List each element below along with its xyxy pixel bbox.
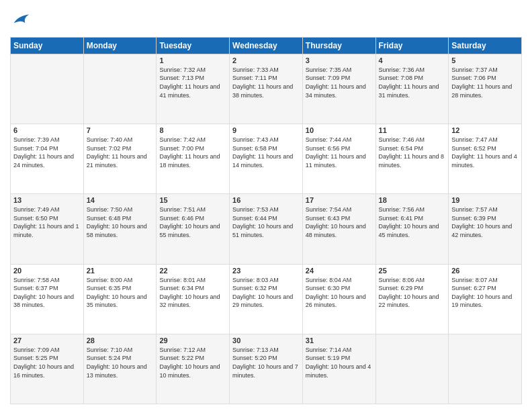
calendar-cell: 12Sunrise: 7:47 AM Sunset: 6:52 PM Dayli… <box>449 124 522 194</box>
day-number: 7 <box>87 126 154 134</box>
logo <box>10 9 30 32</box>
calendar-cell: 23Sunrise: 8:03 AM Sunset: 6:32 PM Dayli… <box>230 264 303 334</box>
day-number: 21 <box>87 267 154 275</box>
calendar-cell: 25Sunrise: 8:06 AM Sunset: 6:29 PM Dayli… <box>375 264 449 334</box>
day-number: 29 <box>159 336 226 345</box>
calendar-cell: 14Sunrise: 7:50 AM Sunset: 6:48 PM Dayli… <box>83 194 157 264</box>
header <box>10 7 522 32</box>
day-number: 1 <box>159 56 226 64</box>
calendar-cell: 2Sunrise: 7:33 AM Sunset: 7:11 PM Daylig… <box>230 54 303 124</box>
day-info: Sunrise: 7:33 AM Sunset: 7:11 PM Dayligh… <box>232 66 300 99</box>
day-number: 11 <box>379 126 446 134</box>
day-number: 30 <box>232 336 300 345</box>
calendar-cell: 18Sunrise: 7:56 AM Sunset: 6:41 PM Dayli… <box>375 194 449 264</box>
day-number: 26 <box>451 267 519 275</box>
day-info: Sunrise: 7:44 AM Sunset: 6:56 PM Dayligh… <box>306 136 373 169</box>
calendar-cell: 17Sunrise: 7:54 AM Sunset: 6:43 PM Dayli… <box>302 194 375 264</box>
calendar-cell: 4Sunrise: 7:36 AM Sunset: 7:08 PM Daylig… <box>375 54 449 124</box>
day-info: Sunrise: 7:49 AM Sunset: 6:50 PM Dayligh… <box>13 205 81 239</box>
day-header-saturday: Saturday <box>449 37 522 54</box>
day-number: 24 <box>306 267 373 275</box>
day-number: 20 <box>13 267 81 275</box>
day-info: Sunrise: 7:39 AM Sunset: 7:04 PM Dayligh… <box>13 136 81 169</box>
day-number: 23 <box>232 267 300 275</box>
day-info: Sunrise: 7:53 AM Sunset: 6:44 PM Dayligh… <box>232 205 300 239</box>
calendar-cell <box>83 54 157 124</box>
day-number: 6 <box>13 126 81 134</box>
day-info: Sunrise: 8:03 AM Sunset: 6:32 PM Dayligh… <box>232 276 300 310</box>
day-info: Sunrise: 7:32 AM Sunset: 7:13 PM Dayligh… <box>159 66 226 99</box>
calendar-cell: 8Sunrise: 7:42 AM Sunset: 7:00 PM Daylig… <box>157 124 230 194</box>
calendar-cell: 28Sunrise: 7:10 AM Sunset: 5:24 PM Dayli… <box>83 334 157 404</box>
day-number: 9 <box>232 126 300 134</box>
day-info: Sunrise: 7:37 AM Sunset: 7:06 PM Dayligh… <box>451 66 519 99</box>
day-number: 28 <box>87 336 154 345</box>
calendar-cell <box>11 54 84 124</box>
day-info: Sunrise: 8:06 AM Sunset: 6:29 PM Dayligh… <box>379 276 446 310</box>
logo-text <box>10 9 30 32</box>
page: SundayMondayTuesdayWednesdayThursdayFrid… <box>0 0 532 411</box>
day-info: Sunrise: 8:01 AM Sunset: 6:34 PM Dayligh… <box>159 276 226 310</box>
calendar-week-row: 20Sunrise: 7:58 AM Sunset: 6:37 PM Dayli… <box>11 264 522 334</box>
calendar-table: SundayMondayTuesdayWednesdayThursdayFrid… <box>10 37 522 404</box>
day-number: 19 <box>451 196 519 204</box>
calendar-cell: 5Sunrise: 7:37 AM Sunset: 7:06 PM Daylig… <box>449 54 522 124</box>
calendar-cell: 20Sunrise: 7:58 AM Sunset: 6:37 PM Dayli… <box>11 264 84 334</box>
day-info: Sunrise: 7:50 AM Sunset: 6:48 PM Dayligh… <box>87 205 154 239</box>
day-info: Sunrise: 7:13 AM Sunset: 5:20 PM Dayligh… <box>232 346 300 379</box>
calendar-week-row: 27Sunrise: 7:09 AM Sunset: 5:25 PM Dayli… <box>11 334 522 404</box>
calendar-cell: 10Sunrise: 7:44 AM Sunset: 6:56 PM Dayli… <box>302 124 375 194</box>
day-number: 27 <box>13 336 81 345</box>
day-info: Sunrise: 7:36 AM Sunset: 7:08 PM Dayligh… <box>379 66 446 99</box>
calendar-cell: 15Sunrise: 7:51 AM Sunset: 6:46 PM Dayli… <box>157 194 230 264</box>
day-number: 10 <box>306 126 373 134</box>
day-number: 12 <box>451 126 519 134</box>
day-info: Sunrise: 7:56 AM Sunset: 6:41 PM Dayligh… <box>379 205 446 239</box>
calendar-cell: 6Sunrise: 7:39 AM Sunset: 7:04 PM Daylig… <box>11 124 84 194</box>
calendar-cell: 31Sunrise: 7:14 AM Sunset: 5:19 PM Dayli… <box>302 334 375 404</box>
day-number: 3 <box>306 56 373 64</box>
day-number: 31 <box>306 336 373 345</box>
day-info: Sunrise: 7:58 AM Sunset: 6:37 PM Dayligh… <box>13 276 81 310</box>
day-info: Sunrise: 7:12 AM Sunset: 5:22 PM Dayligh… <box>159 346 226 379</box>
day-number: 8 <box>159 126 226 134</box>
day-number: 5 <box>451 56 519 64</box>
calendar-cell <box>449 334 522 404</box>
calendar-cell: 21Sunrise: 8:00 AM Sunset: 6:35 PM Dayli… <box>83 264 157 334</box>
day-info: Sunrise: 7:42 AM Sunset: 7:00 PM Dayligh… <box>159 136 226 169</box>
calendar-cell: 13Sunrise: 7:49 AM Sunset: 6:50 PM Dayli… <box>11 194 84 264</box>
calendar-cell: 30Sunrise: 7:13 AM Sunset: 5:20 PM Dayli… <box>230 334 303 404</box>
day-header-thursday: Thursday <box>302 37 375 54</box>
calendar-cell: 11Sunrise: 7:46 AM Sunset: 6:54 PM Dayli… <box>375 124 449 194</box>
logo-bird-icon <box>11 9 30 28</box>
day-number: 13 <box>13 196 81 204</box>
day-info: Sunrise: 8:04 AM Sunset: 6:30 PM Dayligh… <box>306 276 373 310</box>
day-number: 22 <box>159 267 226 275</box>
calendar-cell: 19Sunrise: 7:57 AM Sunset: 6:39 PM Dayli… <box>449 194 522 264</box>
day-number: 14 <box>87 196 154 204</box>
day-info: Sunrise: 7:10 AM Sunset: 5:24 PM Dayligh… <box>87 346 154 379</box>
calendar-cell: 1Sunrise: 7:32 AM Sunset: 7:13 PM Daylig… <box>157 54 230 124</box>
calendar-cell: 16Sunrise: 7:53 AM Sunset: 6:44 PM Dayli… <box>230 194 303 264</box>
calendar-cell: 22Sunrise: 8:01 AM Sunset: 6:34 PM Dayli… <box>157 264 230 334</box>
day-info: Sunrise: 7:51 AM Sunset: 6:46 PM Dayligh… <box>159 205 226 239</box>
day-header-friday: Friday <box>375 37 449 54</box>
calendar-week-row: 13Sunrise: 7:49 AM Sunset: 6:50 PM Dayli… <box>11 194 522 264</box>
calendar-cell <box>375 334 449 404</box>
day-info: Sunrise: 7:14 AM Sunset: 5:19 PM Dayligh… <box>306 346 373 379</box>
calendar-cell: 29Sunrise: 7:12 AM Sunset: 5:22 PM Dayli… <box>157 334 230 404</box>
day-header-sunday: Sunday <box>11 37 84 54</box>
calendar-cell: 3Sunrise: 7:35 AM Sunset: 7:09 PM Daylig… <box>302 54 375 124</box>
day-info: Sunrise: 7:46 AM Sunset: 6:54 PM Dayligh… <box>379 136 446 169</box>
day-number: 25 <box>379 267 446 275</box>
day-number: 2 <box>232 56 300 64</box>
day-number: 15 <box>159 196 226 204</box>
day-info: Sunrise: 8:07 AM Sunset: 6:27 PM Dayligh… <box>451 276 519 310</box>
day-info: Sunrise: 7:43 AM Sunset: 6:58 PM Dayligh… <box>232 136 300 169</box>
calendar-cell: 7Sunrise: 7:40 AM Sunset: 7:02 PM Daylig… <box>83 124 157 194</box>
calendar-cell: 24Sunrise: 8:04 AM Sunset: 6:30 PM Dayli… <box>302 264 375 334</box>
day-number: 18 <box>379 196 446 204</box>
calendar-header-row: SundayMondayTuesdayWednesdayThursdayFrid… <box>11 37 522 54</box>
day-info: Sunrise: 7:54 AM Sunset: 6:43 PM Dayligh… <box>306 205 373 239</box>
day-header-tuesday: Tuesday <box>157 37 230 54</box>
